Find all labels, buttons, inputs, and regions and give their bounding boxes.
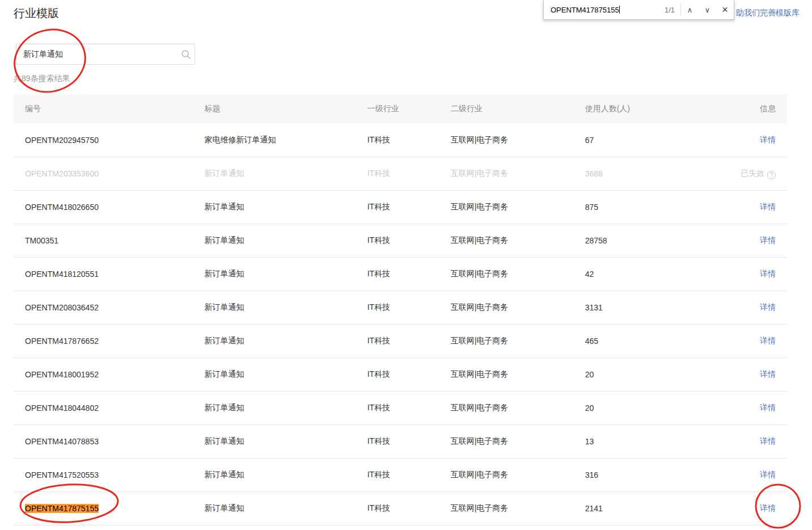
template-id: OPENTM418026650 [25, 203, 99, 212]
table-row: OPENTM417875155 新订单通知 IT科技 互联网|电子商务 2141… [14, 492, 787, 525]
column-header-id: 编号 [25, 104, 204, 114]
secondary-industry: 互联网|电子商务 [451, 302, 585, 313]
template-id: TM00351 [25, 236, 58, 245]
template-title: 家电维修新订单通知 [204, 135, 367, 145]
table-row: OPENTM418026650 新订单通知 IT科技 互联网|电子商务 875 … [14, 191, 787, 224]
template-id: OPENTM418120551 [25, 270, 99, 279]
template-title: 新订单通知 [204, 336, 367, 346]
primary-industry: IT科技 [367, 269, 451, 279]
detail-link[interactable]: 详情 [760, 369, 776, 378]
user-count: 28758 [585, 236, 716, 245]
secondary-industry: 互联网|电子商务 [451, 369, 585, 380]
secondary-industry: 互联网|电子商务 [451, 403, 585, 413]
close-icon: × [722, 4, 728, 16]
text-cursor [619, 6, 620, 14]
user-count: 13 [585, 437, 716, 446]
table-row: TM00351 新订单通知 IT科技 互联网|电子商务 28758 详情? [14, 224, 787, 258]
question-mark-icon[interactable]: ? [767, 171, 776, 179]
find-input[interactable]: OPENTM417875155 [544, 6, 665, 14]
user-count: 42 [585, 270, 716, 279]
detail-link[interactable]: 已失效 [741, 169, 764, 178]
user-count: 465 [585, 336, 716, 346]
template-id: OPENTM418044802 [25, 403, 99, 413]
template-title: 新订单通知 [204, 403, 367, 413]
template-title: 新订单通知 [204, 470, 367, 480]
table-row: OPENTM418044802 新订单通知 IT科技 互联网|电子商务 20 详… [14, 392, 787, 425]
find-match-count: 1/1 [665, 6, 680, 14]
template-title: 新订单通知 [204, 202, 367, 212]
improve-template-library-link[interactable]: 助我们完善模版库 [736, 8, 800, 18]
detail-link[interactable]: 详情 [760, 403, 776, 412]
template-title: 新订单通知 [204, 436, 367, 447]
column-header-industry1: 一级行业 [367, 104, 451, 114]
table-row: OPENTM417876652 新订单通知 IT科技 互联网|电子商务 465 … [14, 325, 787, 358]
find-close-button[interactable]: × [716, 0, 734, 19]
primary-industry: IT科技 [367, 302, 451, 313]
find-next-button[interactable]: ∨ [699, 0, 716, 19]
column-header-info: 信息 [716, 104, 776, 114]
template-search-box [16, 44, 195, 65]
template-id: OPENTM417876652 [25, 336, 99, 346]
table-row: OPENTM418001952 新订单通知 IT科技 互联网|电子商务 20 详… [14, 358, 787, 392]
secondary-industry: 互联网|电子商务 [451, 169, 585, 179]
detail-link[interactable]: 详情 [760, 135, 776, 144]
detail-link[interactable]: 详情 [760, 202, 776, 211]
search-icon[interactable] [177, 49, 194, 60]
template-id: OPENTM414078853 [25, 437, 99, 446]
primary-industry: IT科技 [367, 135, 451, 145]
primary-industry: IT科技 [367, 470, 451, 480]
table-row: OPENTM414078853 新订单通知 IT科技 互联网|电子商务 13 详… [14, 425, 787, 459]
user-count: 875 [585, 203, 716, 212]
template-table: 编号 标题 一级行业 二级行业 使用人数(人) 信息 OPENTM2029457… [14, 94, 787, 525]
template-title: 新订单通知 [204, 503, 367, 514]
table-row: OPENTM202945750 家电维修新订单通知 IT科技 互联网|电子商务 … [14, 124, 787, 157]
user-count: 316 [585, 470, 716, 479]
template-id: OPENTM418001952 [25, 370, 99, 379]
secondary-industry: 互联网|电子商务 [451, 503, 585, 514]
chevron-down-icon: ∨ [705, 6, 710, 14]
search-results-count: 共89条搜索结果 [14, 74, 812, 84]
column-header-title: 标题 [204, 104, 367, 114]
detail-link[interactable]: 详情 [760, 436, 776, 445]
secondary-industry: 互联网|电子商务 [451, 135, 585, 145]
secondary-industry: 互联网|电子商务 [451, 269, 585, 279]
secondary-industry: 互联网|电子商务 [451, 235, 585, 246]
template-title: 新订单通知 [204, 169, 367, 179]
template-title: 新订单通知 [204, 302, 367, 313]
primary-industry: IT科技 [367, 403, 451, 413]
primary-industry: IT科技 [367, 336, 451, 346]
detail-link[interactable]: 详情 [760, 269, 776, 278]
user-count: 20 [585, 403, 716, 413]
user-count: 67 [585, 136, 716, 145]
detail-link[interactable]: 详情 [760, 235, 776, 245]
detail-link[interactable]: 详情 [760, 470, 776, 479]
template-title: 新订单通知 [204, 369, 367, 380]
secondary-industry: 互联网|电子商务 [451, 336, 585, 346]
primary-industry: IT科技 [367, 503, 451, 514]
secondary-industry: 互联网|电子商务 [451, 202, 585, 212]
secondary-industry: 互联网|电子商务 [451, 470, 585, 480]
template-id: OPENTM208036452 [25, 303, 99, 312]
find-previous-button[interactable]: ∧ [681, 0, 699, 19]
detail-link[interactable]: 详情 [760, 336, 776, 345]
template-title: 新订单通知 [204, 269, 367, 279]
table-row: OPENTM417520553 新订单通知 IT科技 互联网|电子商务 316 … [14, 459, 787, 492]
user-count: 2141 [585, 504, 716, 513]
primary-industry: IT科技 [367, 436, 451, 447]
user-count: 3131 [585, 303, 716, 312]
table-row: OPENTM418120551 新订单通知 IT科技 互联网|电子商务 42 详… [14, 258, 787, 291]
table-row: OPENTM203353600 新订单通知 IT科技 互联网|电子商务 3688… [14, 157, 787, 191]
template-id: OPENTM417520553 [25, 470, 99, 479]
template-id: OPENTM417875155 [25, 504, 99, 513]
table-body: OPENTM202945750 家电维修新订单通知 IT科技 互联网|电子商务 … [14, 124, 787, 525]
secondary-industry: 互联网|电子商务 [451, 436, 585, 447]
user-count: 3688 [585, 169, 716, 178]
template-id: OPENTM202945750 [25, 136, 99, 145]
template-title: 新订单通知 [204, 235, 367, 246]
primary-industry: IT科技 [367, 369, 451, 380]
detail-link[interactable]: 详情 [760, 302, 776, 312]
primary-industry: IT科技 [367, 235, 451, 246]
detail-link[interactable]: 详情 [760, 503, 776, 512]
table-header: 编号 标题 一级行业 二级行业 使用人数(人) 信息 [14, 94, 787, 124]
search-input[interactable] [16, 44, 177, 64]
